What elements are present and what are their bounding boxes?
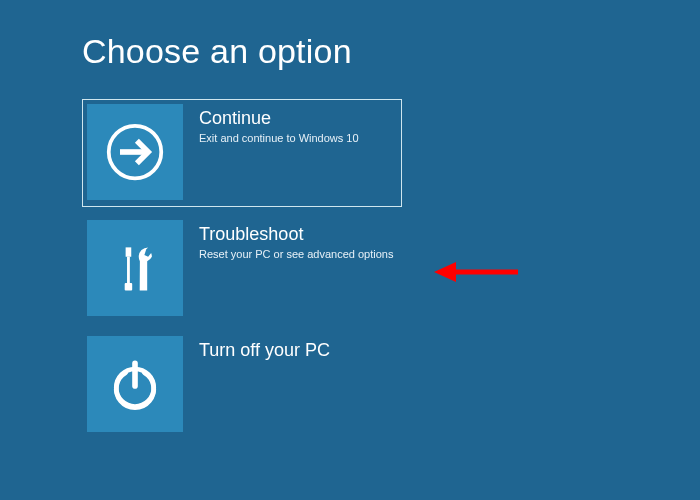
option-text: Troubleshoot Reset your PC or see advanc… <box>199 220 393 262</box>
svg-rect-2 <box>126 247 132 256</box>
option-text: Continue Exit and continue to Windows 10 <box>199 104 359 146</box>
svg-rect-3 <box>127 257 130 283</box>
option-text: Turn off your PC <box>199 336 330 363</box>
option-label: Troubleshoot <box>199 224 393 245</box>
option-continue[interactable]: Continue Exit and continue to Windows 10 <box>82 99 402 207</box>
options-list: Continue Exit and continue to Windows 10… <box>82 99 700 439</box>
option-label: Turn off your PC <box>199 340 330 361</box>
arrow-right-icon <box>87 104 183 200</box>
tools-icon <box>87 220 183 316</box>
option-label: Continue <box>199 108 359 129</box>
option-description: Reset your PC or see advanced options <box>199 247 393 262</box>
power-icon <box>87 336 183 432</box>
page-title: Choose an option <box>82 32 700 71</box>
option-turn-off[interactable]: Turn off your PC <box>82 331 402 439</box>
option-troubleshoot[interactable]: Troubleshoot Reset your PC or see advanc… <box>82 215 402 323</box>
svg-rect-4 <box>125 283 133 291</box>
winre-choose-option-screen: Choose an option Continue Exit and conti… <box>0 0 700 500</box>
option-description: Exit and continue to Windows 10 <box>199 131 359 146</box>
